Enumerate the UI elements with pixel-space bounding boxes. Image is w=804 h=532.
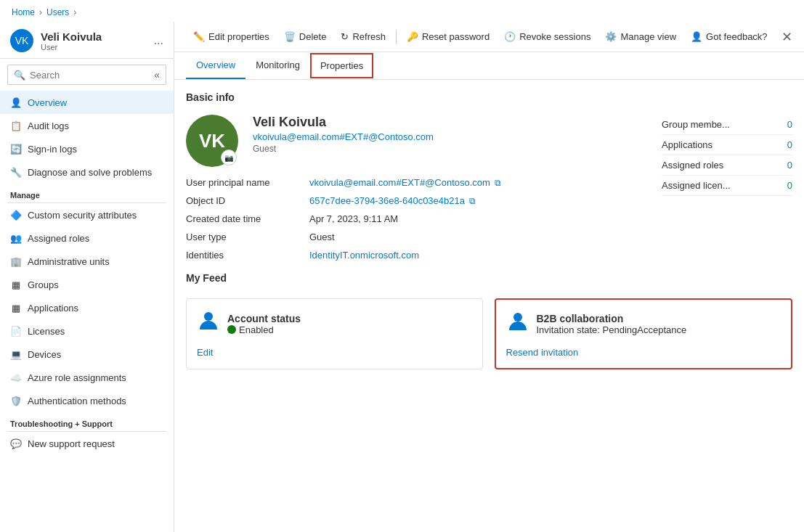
main-content: ✕ ✏️ Edit properties 🗑️ Delete ↻ Refresh…	[174, 22, 804, 532]
support-icon: 💬	[10, 438, 22, 449]
my-feed-title: My Feed	[186, 272, 792, 284]
tab-properties[interactable]: Properties	[310, 53, 373, 78]
collapse-button[interactable]: «	[154, 69, 160, 81]
object-id-value: 657c7dee-3794-36e8-640c03e4b21a ⧉	[309, 195, 621, 206]
breadcrumb-home[interactable]: Home	[12, 7, 35, 17]
svg-point-0	[204, 312, 213, 321]
properties-grid: User principal name vkoivula@email.com#E…	[186, 177, 621, 261]
b2b-subtitle: Invitation state: PendingAcceptance	[537, 324, 687, 335]
user-display-name: Veli Koivula	[253, 115, 621, 130]
sidebar-item-audit-logs[interactable]: 📋 Audit logs	[0, 114, 174, 137]
upn-value: vkoivula@email.com#EXT#@Contoso.com ⧉	[309, 177, 621, 188]
licenses-icon: 📄	[10, 325, 22, 337]
applications-icon: ▦	[10, 302, 22, 314]
stats-panel: Group membe... 0 Applications 0 Assigned…	[633, 115, 792, 261]
manage-section-label: Manage	[0, 184, 174, 202]
tab-overview[interactable]: Overview	[186, 52, 245, 79]
groups-icon: ▦	[10, 279, 22, 290]
user-type-value: Guest	[309, 232, 621, 242]
search-input[interactable]	[30, 70, 150, 81]
camera-icon: 📷	[224, 154, 233, 162]
basic-info-section: VK 📷 Veli Koivula vkoivula@email.com#EXT…	[186, 115, 621, 167]
audit-logs-icon: 📋	[10, 120, 22, 131]
sidebar-item-groups[interactable]: ▦ Groups	[0, 273, 174, 296]
status-enabled-dot	[227, 325, 236, 334]
sidebar-item-diagnose[interactable]: 🔧 Diagnose and solve problems	[0, 160, 174, 184]
b2b-title: B2B collaboration	[537, 313, 687, 324]
sidebar-item-assigned-roles[interactable]: 👥 Assigned roles	[0, 226, 174, 250]
sidebar-item-support[interactable]: 💬 New support request	[0, 432, 174, 455]
close-button[interactable]: ✕	[781, 29, 792, 45]
tab-monitoring[interactable]: Monitoring	[245, 52, 310, 79]
devices-icon: 💻	[10, 348, 22, 360]
user-type: Guest	[253, 144, 621, 154]
revoke-sessions-button[interactable]: 🕐 Revoke sessions	[497, 28, 598, 46]
sidebar-item-custom-security[interactable]: 🔷 Custom security attributes	[0, 203, 174, 226]
sidebar-item-admin-units[interactable]: 🏢 Administrative units	[0, 250, 174, 273]
sidebar: VK Veli Koivula User ... 🔍 « 👤 Overview	[0, 22, 174, 532]
search-box: 🔍 «	[7, 65, 166, 85]
edit-icon: ✏️	[193, 31, 205, 42]
sidebar-item-licenses[interactable]: 📄 Licenses	[0, 319, 174, 343]
delete-button[interactable]: 🗑️ Delete	[277, 28, 334, 46]
resend-invitation-link[interactable]: Resend invitation	[506, 347, 781, 358]
camera-button[interactable]: 📷	[221, 150, 237, 165]
user-type-label: User type	[186, 232, 302, 242]
upn-label: User principal name	[186, 177, 302, 188]
sidebar-item-overview[interactable]: 👤 Overview	[0, 91, 174, 114]
user-header: VK Veli Koivula User ...	[0, 22, 174, 59]
admin-units-icon: 🏢	[10, 255, 22, 267]
edit-properties-button[interactable]: ✏️ Edit properties	[186, 28, 277, 46]
stat-applications: Applications 0	[662, 135, 792, 155]
stat-group-members: Group membe... 0	[662, 115, 792, 135]
sidebar-item-auth-methods[interactable]: 🛡️ Authentication methods	[0, 389, 174, 412]
troubleshooting-section-label: Troubleshooting + Support	[0, 412, 174, 431]
assigned-roles-icon: 👥	[10, 232, 22, 244]
object-id-label: Object ID	[186, 195, 302, 206]
sidebar-user-name: Veli Koivula	[41, 30, 102, 43]
object-id-copy-icon[interactable]: ⧉	[469, 196, 476, 206]
auth-methods-icon: 🛡️	[10, 395, 22, 406]
toolbar: ✏️ Edit properties 🗑️ Delete ↻ Refresh 🔑…	[174, 22, 804, 52]
toolbar-separator-1	[396, 30, 397, 44]
svg-point-1	[513, 313, 522, 322]
basic-info-title: Basic info	[186, 91, 792, 103]
breadcrumb-users[interactable]: Users	[46, 7, 69, 17]
sidebar-item-devices[interactable]: 💻 Devices	[0, 343, 174, 366]
sidebar-avatar: VK	[10, 29, 33, 52]
more-options-button[interactable]: ...	[154, 34, 163, 47]
breadcrumb: Home › Users ›	[0, 0, 804, 22]
refresh-icon: ↻	[341, 31, 349, 42]
diagnose-icon: 🔧	[10, 166, 22, 178]
stat-assigned-licenses: Assigned licen... 0	[662, 176, 792, 196]
refresh-button[interactable]: ↻ Refresh	[333, 28, 393, 46]
edit-account-link[interactable]: Edit	[197, 347, 472, 358]
feedback-button[interactable]: 👤 Got feedback?	[683, 28, 775, 46]
avatar-section: VK 📷	[186, 115, 238, 167]
search-icon: 🔍	[14, 70, 25, 81]
identities-value[interactable]: IdentityIT.onmicrosoft.com	[309, 250, 621, 261]
b2b-collaboration-card: B2B collaboration Invitation state: Pend…	[495, 298, 793, 369]
sidebar-item-applications[interactable]: ▦ Applications	[0, 296, 174, 319]
manage-view-button[interactable]: ⚙️ Manage view	[598, 28, 683, 46]
account-status-value: Enabled	[227, 324, 301, 335]
reset-password-button[interactable]: 🔑 Reset password	[399, 28, 497, 46]
identities-label: Identities	[186, 250, 302, 261]
content-body: Basic info VK 📷	[174, 80, 804, 381]
sidebar-item-sign-in-logs[interactable]: 🔄 Sign-in logs	[0, 137, 174, 160]
user-email: vkoivula@email.com#EXT#@Contoso.com	[253, 131, 621, 142]
sign-in-logs-icon: 🔄	[10, 143, 22, 155]
gear-icon: ⚙️	[605, 31, 617, 42]
delete-icon: 🗑️	[284, 31, 296, 42]
created-value: Apr 7, 2023, 9:11 AM	[309, 213, 621, 224]
b2b-person-icon	[506, 310, 529, 338]
overview-icon: 👤	[10, 97, 22, 108]
azure-roles-icon: ☁️	[10, 372, 22, 383]
account-status-card: Account status Enabled Edit	[186, 298, 483, 369]
feedback-icon: 👤	[691, 31, 702, 42]
sidebar-item-azure-roles[interactable]: ☁️ Azure role assignments	[0, 366, 174, 389]
upn-copy-icon[interactable]: ⧉	[495, 178, 501, 188]
created-label: Created date time	[186, 213, 302, 224]
stat-assigned-roles: Assigned roles 0	[662, 155, 792, 176]
tabs-bar: Overview Monitoring Properties	[174, 52, 804, 80]
